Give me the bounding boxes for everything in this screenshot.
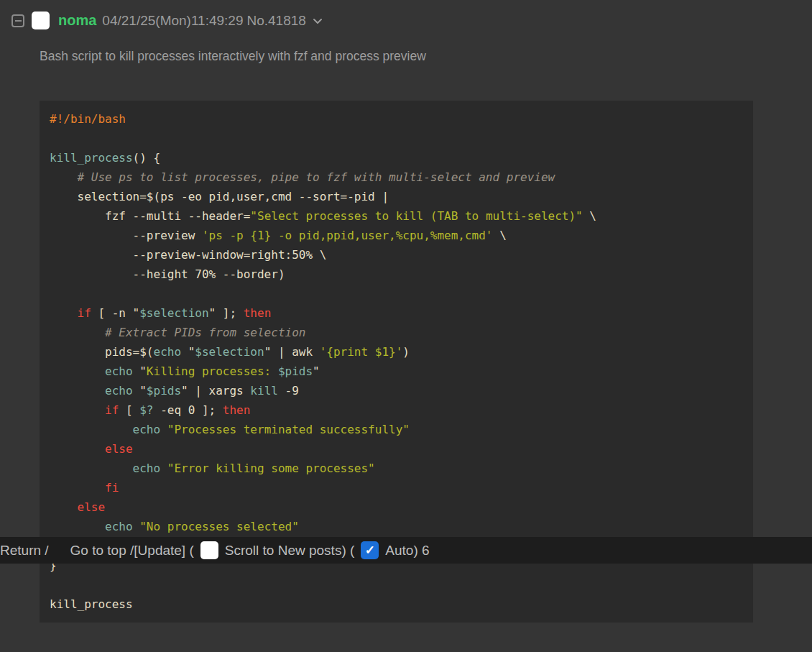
code-token: $pids — [278, 364, 313, 378]
code-token: "Error killing some processes" — [167, 462, 375, 475]
code-token: -9 — [278, 384, 299, 398]
code-token: -eq 0 ]; — [154, 403, 223, 417]
code-token: fzf --multi --header= — [50, 209, 250, 223]
code-token: $selection — [195, 345, 264, 359]
post-header: noma 04/21/25(Mon)11:49:29 No.41818 — [0, 0, 812, 29]
code-token: if — [50, 403, 119, 417]
code-line: # Extract PIDs from selection — [50, 323, 743, 342]
poster-name: noma — [58, 12, 96, 29]
code-line: else — [50, 439, 743, 459]
minus-glyph — [15, 20, 22, 22]
code-token: echo — [105, 520, 133, 533]
code-token: # Use ps to list processes, pipe to fzf … — [50, 170, 555, 184]
code-token: #!/bin/bash — [50, 112, 126, 126]
code-token — [50, 364, 105, 378]
code-line: selection=$(ps -eo pid,user,cmd --sort=-… — [50, 187, 743, 206]
code-token: " — [133, 364, 147, 378]
code-line — [50, 284, 743, 303]
code-token: \ — [583, 209, 596, 223]
code-token — [160, 462, 167, 475]
code-token: selection=$(ps -eo pid,user,cmd --sort=-… — [50, 190, 389, 203]
collapse-post-icon[interactable] — [11, 14, 24, 27]
code-token: " — [181, 345, 195, 359]
code-token: --height 70% --border) — [50, 267, 285, 281]
code-line: echo "Error killing some processes" — [50, 459, 743, 478]
scroll-to-new-posts-label: Scroll to New posts) ( — [225, 543, 355, 559]
code-token: () { — [133, 151, 161, 165]
code-token: echo — [133, 423, 161, 436]
code-token: --preview — [50, 229, 202, 242]
code-line: echo "No processes selected" — [50, 517, 743, 536]
thread-post: noma 04/21/25(Mon)11:49:29 No.41818 Bash… — [0, 0, 812, 64]
code-token: echo — [154, 345, 182, 359]
code-token: "Select processes to kill (TAB to multi-… — [250, 209, 582, 223]
bottom-bar: Return / Go to top / [Update] ( Scroll t… — [0, 537, 812, 564]
code-line: --preview-window=right:50% \ — [50, 245, 743, 265]
code-token: # Extract PIDs from selection — [50, 326, 305, 339]
code-token — [50, 423, 133, 436]
code-line: --height 70% --border) — [50, 265, 743, 284]
code-token: then — [223, 403, 251, 417]
code-token: [ -n " — [91, 306, 139, 320]
code-token: " | awk — [264, 345, 320, 359]
code-token: kill_process — [50, 597, 133, 611]
code-line: echo "Processes terminated successfully" — [50, 420, 743, 439]
code-line: --preview 'ps -p {1} -o pid,ppid,user,%c… — [50, 226, 743, 245]
code-token: Killing processes: — [147, 364, 278, 378]
post-select-checkbox[interactable] — [32, 12, 50, 29]
code-token: ) — [402, 345, 410, 359]
go-to-top-link[interactable]: Go to top / — [70, 543, 134, 559]
code-line: #!/bin/bash — [50, 109, 743, 129]
code-line: if [ -n "$selection" ]; then — [50, 303, 743, 323]
code-token: else — [50, 442, 133, 456]
code-token: " ]; — [209, 306, 244, 320]
code-token: "Processes terminated successfully" — [167, 423, 410, 436]
code-token: " — [313, 364, 320, 378]
check-icon: ✓ — [365, 544, 375, 556]
code-line: else — [50, 497, 743, 517]
code-token — [133, 520, 140, 533]
code-token: kill_process — [50, 151, 133, 165]
code-line: kill_process() { — [50, 148, 743, 167]
code-token: $? — [139, 403, 153, 417]
code-token: echo — [105, 364, 133, 378]
code-token: echo — [105, 384, 133, 398]
code-line — [50, 575, 743, 594]
code-line: kill_process — [50, 594, 743, 614]
code-line: # Use ps to list processes, pipe to fzf … — [50, 167, 743, 187]
return-link[interactable]: Return / — [0, 543, 49, 559]
code-token: fi — [50, 481, 119, 495]
chevron-down-icon[interactable] — [312, 15, 323, 27]
code-line — [50, 129, 743, 148]
code-token: pids=$( — [50, 345, 154, 359]
code-line: if [ $? -eq 0 ]; then — [50, 400, 743, 420]
code-token: echo — [133, 462, 161, 475]
code-line: echo "$pids" | xargs kill -9 — [50, 381, 743, 400]
code-token: else — [50, 500, 105, 514]
code-line: pids=$(echo "$selection" | awk '{print $… — [50, 342, 743, 362]
code-token: if — [50, 306, 91, 320]
code-token: "No processes selected" — [139, 520, 299, 533]
code-token: '{print $1}' — [320, 345, 403, 359]
code-line: fi — [50, 478, 743, 497]
code-token: 'ps -p {1} -o pid,ppid,user,%cpu,%mem,cm… — [202, 229, 493, 242]
code-token: " — [133, 384, 147, 398]
post-number[interactable]: No.41818 — [246, 13, 305, 29]
code-token — [50, 462, 133, 475]
code-token: kill — [250, 384, 278, 398]
post-message: Bash script to kill processes interactiv… — [40, 49, 812, 64]
code-token: " | xargs — [181, 384, 250, 398]
code-line: fzf --multi --header="Select processes t… — [50, 206, 743, 226]
update-link[interactable]: [Update] — [134, 543, 185, 559]
code-token — [50, 384, 105, 398]
code-token: \ — [493, 229, 507, 242]
code-token: then — [244, 306, 272, 320]
post-timestamp: 04/21/25(Mon)11:49:29 — [102, 13, 243, 29]
code-token: $selection — [139, 306, 208, 320]
scroll-to-new-posts-checkbox[interactable] — [200, 541, 218, 559]
code-token: [ — [119, 403, 139, 417]
code-line: echo "Killing processes: $pids" — [50, 362, 743, 381]
code-token: --preview-window=right:50% \ — [50, 248, 326, 262]
auto-update-checkbox[interactable]: ✓ — [361, 541, 379, 559]
auto-label: Auto) 6 — [385, 543, 429, 559]
